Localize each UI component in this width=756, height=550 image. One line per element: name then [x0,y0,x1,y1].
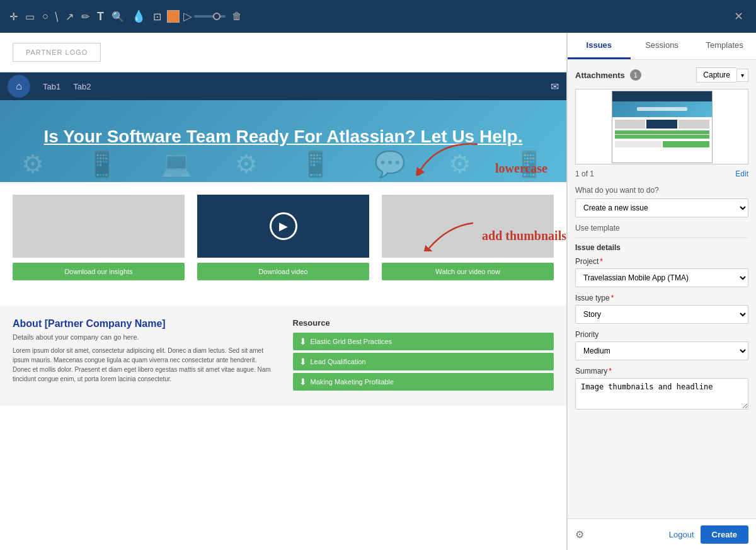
hero-arrow-svg [415,138,490,176]
nav-home-icon[interactable]: ⌂ [8,75,30,98]
move-icon[interactable]: ✛ [8,9,20,25]
issue-type-label: Issue type [575,294,748,302]
action-label: What do you want to do? [575,186,748,195]
cards-row: Download our insights ▶ Download video W… [13,195,554,280]
thumbnails-annotation-text: add thumbnails [482,229,566,243]
thumb-nav [612,91,712,101]
footer-about: About [Partner Company Name] Details abo… [13,318,274,393]
capture-dropdown-btn[interactable]: ▾ [736,69,748,82]
thumb-hero [612,101,712,117]
footer-about-sub: Details about your company can go here. [13,333,274,341]
card-thumb-2: ▶ [197,195,369,258]
footer-section: About [Partner Company Name] Details abo… [0,306,566,406]
main-area: PARTNER LOGO ⌂ Tab1 Tab2 ✉ Is Your Softw… [0,33,756,550]
screenshot-thumbnail [575,89,748,164]
rect-icon[interactable]: ▭ [23,9,37,25]
thumbnails-arrow-svg [423,220,479,251]
card-btn-2[interactable]: Download video [197,263,369,280]
card-btn-3[interactable]: Watch our video now [382,263,554,280]
section-divider-1 [575,238,748,238]
nav-email-icon[interactable]: ✉ [551,81,559,93]
footer-resource-title: Resource [293,318,554,328]
attachments-row: Attachments 1 Capture ▾ [575,67,748,83]
action-select[interactable]: Create a new issue Add to existing issue… [575,198,748,217]
logout-button[interactable]: Logout [669,530,694,539]
tab-templates[interactable]: Templates [693,33,756,59]
nav-tab1[interactable]: Tab1 [43,82,60,91]
tab-sessions[interactable]: Sessions [631,33,694,59]
resource-btn-0[interactable]: ⬇ Elastic Grid Best Practices [293,333,554,350]
footer-about-title: About [Partner Company Name] [13,318,274,329]
close-icon[interactable]: ✕ [734,9,743,23]
summary-label: Summary [575,367,748,375]
trash-icon[interactable]: 🗑 [232,11,242,22]
color-swatch[interactable] [167,10,180,23]
partner-logo-bar: PARTNER LOGO [0,33,566,72]
project-select[interactable]: Travelassian Mobile App (TMA) Other Proj… [575,268,748,287]
resource-btn-2[interactable]: ⬇ Making Maketing Profitable [293,373,554,391]
partner-logo: PARTNER LOGO [13,43,101,62]
panel-content: Attachments 1 Capture ▾ [568,60,756,518]
card-1: Download our insights [13,195,185,280]
pagination-row: 1 of 1 Edit [575,169,748,178]
content-section: Download our insights ▶ Download video W… [0,182,566,306]
arrow-icon[interactable]: ↗ [64,9,76,25]
settings-icon[interactable]: ⚙ [575,529,584,541]
resource-icon-2: ⬇ [299,377,307,387]
resource-btn-1[interactable]: ⬇ Lead Qualification [293,353,554,370]
card-2: ▶ Download video [197,195,369,280]
right-panel: Issues Sessions Templates Attachments 1 … [567,33,756,550]
capture-button-group: Capture ▾ [696,67,748,83]
canvas: PARTNER LOGO ⌂ Tab1 Tab2 ✉ Is Your Softw… [0,33,567,550]
zoom-icon[interactable]: 🔍 [110,9,126,25]
toolbar: ✛ ▭ ○ ∕ ↗ ✏ T 🔍 💧 ⊡ ▷ 🗑 ✕ [0,0,756,33]
issue-type-select[interactable]: Story Bug Task [575,305,748,324]
nav-bar: ⌂ Tab1 Tab2 ✉ [0,72,566,100]
play-button[interactable]: ▶ [270,212,297,240]
edit-link[interactable]: Edit [735,169,748,178]
card-thumb-1 [13,195,185,258]
create-button[interactable]: Create [701,525,748,544]
summary-textarea[interactable]: Image thumbnails and headline [575,378,748,410]
attachments-label: Attachments [575,71,625,80]
tab-issues[interactable]: Issues [568,33,631,59]
use-template-label: Use template [575,224,748,232]
panel-tabs: Issues Sessions Templates [568,33,756,60]
hero-section: Is Your Software Team Ready For Atlassia… [0,100,566,182]
thumb-preview [612,91,713,163]
footer-resources: Resource ⬇ Elastic Grid Best Practices ⬇… [293,318,554,393]
hero-annotation: lowercase [415,138,547,176]
issue-details-label: Issue details [575,243,748,252]
panel-footer: ⚙ Logout Create [568,518,756,550]
pagination-text: 1 of 1 [575,169,594,178]
resource-icon-0: ⬇ [299,336,307,347]
stroke-slider[interactable]: ▷ [183,9,226,23]
project-label: Project [575,257,748,266]
thumbnails-annotation: add thumbnails [423,220,566,251]
fill-icon[interactable]: 💧 [130,8,147,25]
hero-annotation-text: lowercase [495,161,547,176]
resource-icon-1: ⬇ [299,357,307,367]
priority-select[interactable]: Medium High Low Critical [575,341,748,360]
thumb-content [612,117,712,161]
footer-about-body: Lorem ipsum dolor sit amet, consectetur … [13,346,274,384]
attachments-badge: 1 [630,69,641,81]
card-btn-1[interactable]: Download our insights [13,263,185,280]
pen-icon[interactable]: ✏ [79,9,91,25]
text-icon[interactable]: T [95,8,106,25]
line-icon[interactable]: ∕ [49,8,66,25]
capture-main-btn[interactable]: Capture [696,67,736,83]
priority-label: Priority [575,330,748,339]
nav-tab2[interactable]: Tab2 [73,82,91,91]
crop-icon[interactable]: ⊡ [151,9,163,25]
